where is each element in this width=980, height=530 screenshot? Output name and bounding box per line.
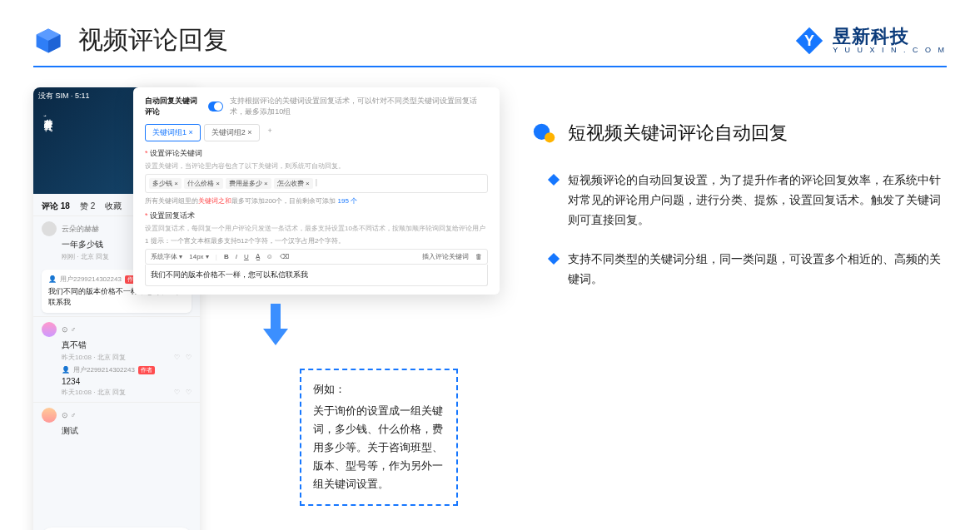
diamond-bullet-icon	[548, 253, 560, 265]
color-button[interactable]: A̲	[256, 253, 260, 260]
tab-likes[interactable]: 赞 2	[80, 201, 95, 212]
delete-button[interactable]: 🗑	[475, 253, 482, 260]
brand-block: Y 昱新科技 Y U U X I N . C O M	[794, 26, 947, 56]
settings-card: 自动回复关键词评论 支持根据评论的关键词设置回复话术，可以针对不同类型关键词设置…	[133, 87, 500, 295]
font-select[interactable]: 系统字体 ▾	[151, 252, 182, 261]
keyword-tags-input[interactable]: 多少钱 × 什么价格 × 费用是多少 × 怎么收费 × |	[145, 174, 488, 193]
page-title: 视频评论回复	[78, 23, 228, 57]
example-heading: 例如：	[313, 380, 445, 399]
heart-icon[interactable]: ♡ ♡	[174, 389, 192, 396]
settings-toggle-help: 支持根据评论的关键词设置回复话术，可以针对不同类型关键词设置回复话术，最多添加1…	[230, 96, 488, 117]
editor-toolbar: 系统字体 ▾ 14px ▾ | B I U A̲ ☺ ⌫ 插入评论关键词 🗑	[145, 249, 488, 265]
bullet-item: 支持不同类型的关键词分组，同一类问题，可设置多个相近的、高频的关键词。	[533, 250, 947, 290]
keyword-tag[interactable]: 什么价格 ×	[184, 178, 223, 189]
underline-button[interactable]: U	[244, 253, 249, 260]
video-overlay-text: 有种力有种 有笑心有灯,代	[42, 112, 53, 117]
user-icon: 👤	[62, 366, 70, 374]
keywords-section-label: 设置评论关键词	[145, 148, 488, 159]
keyword-group-tab-1[interactable]: 关键词组1 ×	[145, 124, 201, 141]
svg-text:Y: Y	[804, 32, 814, 49]
size-select[interactable]: 14px ▾	[189, 253, 209, 260]
bullet-item: 短视频评论的自动回复设置，为了提升作者的评论回复效率，在系统中针对常见的评论用户…	[533, 171, 947, 230]
reply-section-help: 设置回复话术，每回复一个用户评论只发送一条话术，最多支持设置10条不同话术，按顺…	[145, 224, 488, 233]
brand-sub: Y U U X I N . C O M	[833, 46, 947, 54]
user-icon: 👤	[48, 275, 57, 283]
clear-button[interactable]: ⌫	[280, 253, 289, 260]
avatar	[42, 408, 57, 423]
avatar	[42, 322, 57, 337]
example-body: 关于询价的设置成一组关键词，多少钱、什么价格，费用多少等。关于咨询班型、版本、型…	[313, 402, 445, 493]
comment-bubble-icon	[533, 121, 556, 145]
insert-keyword-button[interactable]: 插入评论关键词	[422, 252, 469, 261]
bold-button[interactable]: B	[224, 253, 229, 260]
emoji-button[interactable]: ☺	[266, 253, 273, 260]
tab-comments[interactable]: 评论 18	[42, 201, 70, 212]
italic-button[interactable]: I	[236, 253, 237, 260]
keywords-section-help: 设置关键词，当评论里内容包含了以下关键词，则系统可自动回复。	[145, 161, 488, 171]
reply-tip: 1 提示：一个富文本框最多支持512个字符，一个汉字占用2个字符。	[145, 236, 488, 245]
header-divider	[33, 66, 947, 67]
diamond-bullet-icon	[548, 174, 560, 186]
keyword-tag[interactable]: 怎么收费 ×	[274, 178, 313, 189]
heart-icon[interactable]: ♡ ♡	[174, 354, 192, 361]
keyword-tag[interactable]: 多少钱 ×	[149, 178, 182, 189]
example-box: 例如： 关于询价的设置成一组关键词，多少钱、什么价格，费用多少等。关于咨询班型、…	[300, 369, 458, 506]
section-subtitle: 短视频关键词评论自动回复	[568, 121, 788, 146]
bullet-text: 短视频评论的自动回复设置，为了提升作者的评论回复效率，在系统中针对常见的评论用户…	[568, 171, 947, 230]
keyword-group-tab-2[interactable]: 关键词组2 ×	[204, 124, 260, 141]
svg-point-6	[545, 132, 555, 142]
keyword-tag[interactable]: 费用是多少 ×	[226, 178, 271, 189]
brand-logo-icon: Y	[794, 26, 824, 56]
comment-item: ⊙ ♂ 测试	[33, 402, 200, 443]
tab-favorites[interactable]: 收藏	[105, 201, 122, 212]
arrow-down-icon	[263, 304, 288, 345]
mobile-status: 没有 SIM · 5:11	[38, 91, 90, 102]
brand-name: 昱新科技	[833, 27, 947, 46]
comment-item: ⊙ ♂ 真不错 昨天10:08 · 北京 回复♡ ♡ 👤用户2299214302…	[33, 316, 200, 402]
keywords-quota-note: 所有关键词组里的关键词之和最多可添加200个，目前剩余可添加 195 个	[145, 196, 488, 206]
cube-icon	[33, 26, 63, 56]
add-group-button[interactable]: +	[263, 124, 277, 141]
settings-toggle-label: 自动回复关键词评论	[145, 96, 201, 117]
reply-section-label: 设置回复话术	[145, 211, 488, 221]
auto-reply-toggle[interactable]	[208, 102, 223, 111]
bullet-text: 支持不同类型的关键词分组，同一类问题，可设置多个相近的、高频的关键词。	[568, 250, 947, 290]
avatar	[42, 221, 57, 236]
reply-editor[interactable]: 我们不同的版本价格不一样，您可以私信联系我	[145, 265, 488, 286]
